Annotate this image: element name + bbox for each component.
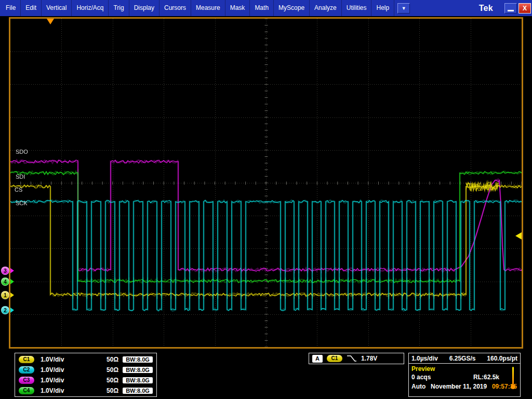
channel-bandwidth[interactable]: BW:8.0G <box>123 356 153 363</box>
channel-scale[interactable]: 1.0V/div <box>41 377 64 384</box>
menu-item-utilities[interactable]: Utilities <box>342 0 372 16</box>
channel-position-marker-3[interactable]: 3 <box>1 267 14 275</box>
channel-readout-row-c3: C31.0V/div50ΩBW:8.0G <box>15 375 156 385</box>
channel-badge-c1[interactable]: C1 <box>19 356 34 363</box>
menu-overflow-button[interactable]: ▼ <box>397 3 410 14</box>
channel-readout-row-c1: C11.0V/div50ΩBW:8.0G <box>15 354 156 365</box>
thermometer-bulb <box>511 384 515 389</box>
channel-readouts: C11.0V/div50ΩBW:8.0GC21.0V/div50ΩBW:8.0G… <box>15 353 157 397</box>
trigger-level-marker-icon[interactable] <box>515 232 522 240</box>
waveform-label-sdi: SDI <box>16 174 25 180</box>
menu-item-help[interactable]: Help <box>371 0 394 16</box>
channel-bandwidth[interactable]: BW:8.0G <box>123 377 153 383</box>
tek-logo: Tek <box>479 4 493 13</box>
acquisition-row: 0 acqs RL:62.5k <box>409 373 520 381</box>
menu-item-myscope[interactable]: MyScope <box>274 0 310 16</box>
channel-bandwidth[interactable]: BW:8.0G <box>123 388 153 394</box>
channel-badge-c4[interactable]: C4 <box>19 387 34 394</box>
waveform-display[interactable] <box>10 19 522 347</box>
channel-marker-number: 4 <box>1 277 9 286</box>
close-button[interactable]: X <box>518 3 531 14</box>
channel-position-marker-1[interactable]: 1 <box>1 291 14 299</box>
menu-item-display[interactable]: Display <box>129 0 159 16</box>
channel-termination: 50Ω <box>107 377 118 384</box>
graticule-frame: SDOSDICSSCK <box>9 17 523 349</box>
timebase-scale[interactable]: 1.0µs/div <box>411 355 438 362</box>
channel-marker-number: 3 <box>1 267 9 275</box>
menu-item-math[interactable]: Math <box>250 0 274 16</box>
waveform-label-sdo: SDO <box>16 149 28 155</box>
channel-termination: 50Ω <box>107 356 118 363</box>
preview-banner: Preview <box>409 364 520 373</box>
channel-termination: 50Ω <box>107 387 118 394</box>
waveform-label-sck: SCK <box>16 200 28 206</box>
channel-marker-arrow-icon <box>10 292 14 298</box>
channel-bandwidth[interactable]: BW:8.0G <box>123 367 153 373</box>
menu-item-mask[interactable]: Mask <box>225 0 250 16</box>
trigger-level-value[interactable]: 1.78V <box>361 355 377 362</box>
date-display: November 11, 2019 <box>431 383 487 390</box>
waveform-label-cs: CS <box>15 187 22 193</box>
horizontal-readout: 1.0µs/div 6.25GS/s 160.0ps/pt Preview 0 … <box>408 353 521 397</box>
falling-slope-icon <box>347 354 357 363</box>
acquisition-count: 0 acqs <box>411 374 431 381</box>
sample-rate: 6.25GS/s <box>449 355 476 362</box>
trigger-event-icon: A <box>312 355 323 363</box>
channel-position-marker-4[interactable]: 4 <box>1 277 14 286</box>
minimize-button[interactable] <box>504 3 517 14</box>
menu-item-analyze[interactable]: Analyze <box>310 0 342 16</box>
channel-marker-number: 1 <box>1 291 9 299</box>
menu-item-horiz-acq[interactable]: Horiz/Acq <box>72 0 109 16</box>
channel-position-marker-2[interactable]: 2 <box>1 306 14 314</box>
thermometer-stem <box>512 367 514 384</box>
channel-marker-arrow-icon <box>10 279 14 284</box>
menu-item-vertical[interactable]: Vertical <box>42 0 72 16</box>
minimize-icon <box>508 10 514 11</box>
menu-item-file[interactable]: File <box>1 0 21 16</box>
status-row: Auto November 11, 2019 09:57:35 <box>409 381 520 390</box>
channel-badge-c3[interactable]: C3 <box>19 377 34 384</box>
record-length: RL:62.5k <box>473 374 499 381</box>
menu-item-edit[interactable]: Edit <box>21 0 42 16</box>
trigger-status: Auto <box>411 383 425 390</box>
timebase-row: 1.0µs/div 6.25GS/s 160.0ps/pt <box>409 353 520 364</box>
channel-scale[interactable]: 1.0V/div <box>41 356 64 363</box>
temperature-icon <box>511 367 515 389</box>
channel-scale[interactable]: 1.0V/div <box>41 366 64 374</box>
channel-marker-number: 2 <box>1 306 9 314</box>
channel-marker-arrow-icon <box>10 308 14 313</box>
menu-item-cursors[interactable]: Cursors <box>159 0 191 16</box>
channel-readout-row-c2: C21.0V/div50ΩBW:8.0G <box>15 365 156 375</box>
trigger-position-marker-icon[interactable] <box>47 19 54 24</box>
channel-readout-row-c4: C41.0V/div50ΩBW:8.0G <box>15 385 156 396</box>
scope-display-area: SDOSDICSSCK 3412 <box>0 16 532 351</box>
channel-badge-c2[interactable]: C2 <box>19 366 34 374</box>
readout-panel: C11.0V/div50ΩBW:8.0GC21.0V/div50ΩBW:8.0G… <box>0 351 532 399</box>
menubar: FileEditVerticalHoriz/AcqTrigDisplayCurs… <box>0 0 532 16</box>
channel-scale[interactable]: 1.0V/div <box>41 387 64 394</box>
menu-item-measure[interactable]: Measure <box>191 0 225 16</box>
sample-resolution: 160.0ps/pt <box>487 355 517 362</box>
trigger-source-badge[interactable]: C1 <box>327 355 342 362</box>
channel-termination: 50Ω <box>107 366 118 374</box>
channel-marker-arrow-icon <box>10 268 14 273</box>
menu-item-trig[interactable]: Trig <box>109 0 129 16</box>
menu-items: FileEditVerticalHoriz/AcqTrigDisplayCurs… <box>1 0 394 16</box>
trigger-readout: A C1 1.78V <box>309 353 404 364</box>
